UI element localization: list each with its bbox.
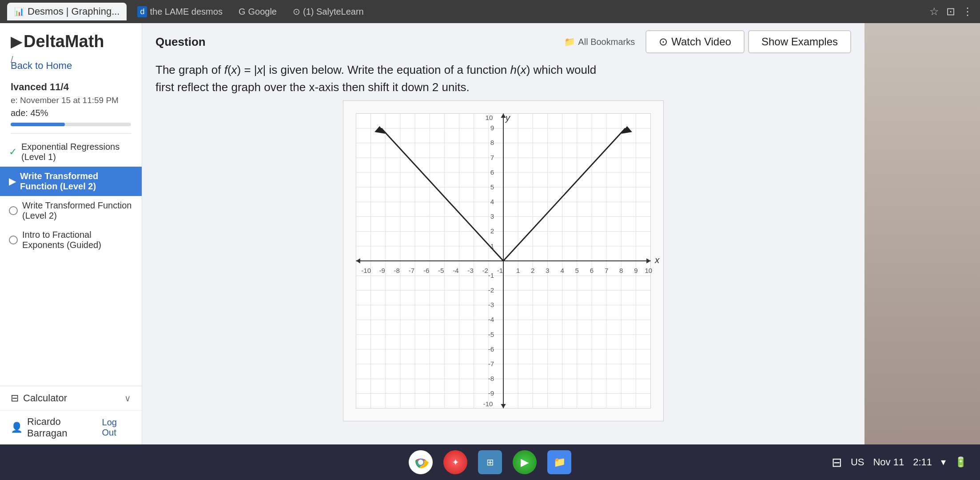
taskbar-right: ⊟ US Nov 11 2:11 ▾ 🔋 bbox=[832, 455, 967, 470]
svg-text:6: 6 bbox=[490, 168, 494, 176]
tab-icon-salytelearn: ⊙ bbox=[293, 6, 300, 17]
svg-text:10: 10 bbox=[485, 114, 493, 121]
show-examples-label: Show Examples bbox=[761, 36, 838, 48]
logout-link[interactable]: Log Out bbox=[102, 417, 131, 438]
tab-icon-desmos: 📊 bbox=[14, 7, 24, 16]
calculator-label: Calculator bbox=[23, 392, 67, 404]
show-examples-button[interactable]: Show Examples bbox=[748, 30, 851, 53]
right-decoration bbox=[864, 23, 980, 444]
tab-icon-google: G bbox=[239, 7, 246, 17]
svg-text:-8: -8 bbox=[394, 267, 400, 274]
svg-text:9: 9 bbox=[490, 124, 494, 132]
svg-text:-1: -1 bbox=[497, 267, 503, 274]
right-bg bbox=[864, 23, 980, 444]
svg-text:-7: -7 bbox=[488, 360, 494, 368]
back-to-home-link[interactable]: Back to Home bbox=[0, 57, 142, 77]
sidebar-item-label-2: Write Transformed Function (Level 2) bbox=[22, 200, 133, 221]
sidebar: ▶ DeltaMath / Back to Home lvanced 11/4 … bbox=[0, 23, 142, 444]
svg-text:-2: -2 bbox=[488, 286, 494, 294]
taskbar-time: 2:11 bbox=[913, 456, 932, 468]
taskbar-play-icon[interactable]: ▶ bbox=[513, 450, 537, 474]
bookmarks-link[interactable]: 📁 All Bookmarks bbox=[564, 36, 635, 47]
sidebar-divider bbox=[11, 133, 131, 134]
svg-text:1: 1 bbox=[516, 267, 520, 274]
tab-lame-desmos[interactable]: d the LAME desmos bbox=[132, 3, 227, 21]
user-item: 👤 Ricardo Barragan Log Out bbox=[0, 410, 142, 444]
svg-text:-9: -9 bbox=[488, 389, 494, 397]
svg-text:x: x bbox=[654, 255, 660, 265]
taskbar: ✦ ⊞ ▶ 📁 ⊟ US Nov 11 2:11 ▾ 🔋 bbox=[0, 444, 980, 480]
graph-container: x y -1 -2 -3 -4 -5 -6 -7 -8 -9 -10 1 2 3 bbox=[142, 100, 864, 444]
svg-text:2: 2 bbox=[531, 267, 534, 274]
main-layout: ▶ DeltaMath / Back to Home lvanced 11/4 … bbox=[0, 23, 980, 444]
tab-label-google: Google bbox=[248, 7, 277, 17]
svg-text:-8: -8 bbox=[488, 375, 494, 382]
tab-salytelearn[interactable]: ⊙ (1) SalyteLearn bbox=[287, 3, 369, 20]
svg-text:5: 5 bbox=[575, 267, 579, 274]
taskbar-folder-symbol: 📁 bbox=[554, 456, 566, 468]
sidebar-item-write-transformed-active[interactable]: ▶ Write Transformed Function (Level 2) bbox=[0, 167, 142, 196]
active-tab[interactable]: 📊 Desmos | Graphing... bbox=[7, 3, 127, 20]
taskbar-red-icon[interactable]: ✦ bbox=[443, 450, 467, 474]
logo-text: DeltaMath bbox=[24, 32, 104, 51]
svg-text:-3: -3 bbox=[467, 267, 473, 274]
menu-icon[interactable]: ⋮ bbox=[962, 5, 973, 18]
sidebar-item-write-transformed-2[interactable]: Write Transformed Function (Level 2) bbox=[0, 196, 142, 225]
chevron-down-icon: ∨ bbox=[124, 393, 131, 404]
svg-text:y: y bbox=[505, 112, 511, 123]
svg-text:10: 10 bbox=[645, 267, 652, 274]
assignment-info: lvanced 11/4 bbox=[0, 77, 142, 95]
star-icon[interactable]: ☆ bbox=[929, 5, 939, 18]
taskbar-chrome-icon[interactable] bbox=[409, 450, 433, 474]
svg-text:-5: -5 bbox=[438, 267, 444, 274]
sidebar-logo: ▶ DeltaMath bbox=[0, 23, 142, 55]
due-date: e: November 15 at 11:59 PM bbox=[0, 95, 142, 106]
tab-icon-d: d bbox=[137, 6, 147, 17]
tab-google[interactable]: G Google bbox=[233, 3, 282, 20]
grade-label: ade: 45% bbox=[0, 106, 142, 121]
sidebar-item-exp-regression[interactable]: ✓ Exponential Regressions (Level 1) bbox=[0, 137, 142, 167]
taskbar-folder-icon[interactable]: 📁 bbox=[547, 450, 571, 474]
svg-text:-4: -4 bbox=[488, 316, 494, 323]
question-label: Question bbox=[155, 35, 564, 49]
math-fx: f bbox=[224, 63, 227, 76]
bookmark-icon: 📁 bbox=[564, 36, 575, 47]
svg-text:-1: -1 bbox=[488, 272, 494, 279]
taskbar-red-icon-symbol: ✦ bbox=[452, 457, 459, 468]
header-buttons: ⊙ Watch Video Show Examples bbox=[645, 30, 851, 53]
svg-text:4: 4 bbox=[560, 267, 564, 274]
calculator-item[interactable]: ⊟ Calculator ∨ bbox=[0, 386, 142, 410]
svg-text:-6: -6 bbox=[423, 267, 429, 274]
tab-label-salytelearn: (1) SalyteLearn bbox=[303, 7, 364, 17]
math-x: x bbox=[231, 63, 237, 76]
sidebar-bottom: ⊟ Calculator ∨ 👤 Ricardo Barragan Log Ou… bbox=[0, 386, 142, 444]
math-x3: x bbox=[521, 63, 526, 76]
svg-text:7: 7 bbox=[490, 154, 494, 161]
sidebar-item-fractional-exponents[interactable]: Intro to Fractional Exponents (Guided) bbox=[0, 225, 142, 255]
svg-text:-10: -10 bbox=[483, 400, 493, 408]
browser-actions: ☆ ⊡ ⋮ bbox=[929, 5, 973, 18]
svg-text:3: 3 bbox=[546, 267, 549, 274]
browser-chrome: 📊 Desmos | Graphing... d the LAME desmos… bbox=[0, 0, 980, 23]
svg-text:-5: -5 bbox=[488, 331, 494, 338]
svg-text:-10: -10 bbox=[361, 267, 371, 274]
svg-text:8: 8 bbox=[490, 139, 494, 146]
taskbar-wifi-icon: ▾ bbox=[941, 456, 946, 468]
bookmarks-text: All Bookmarks bbox=[578, 37, 635, 47]
question-text-line1: The graph of f(x) = |x| is given below. … bbox=[155, 63, 596, 76]
sidebar-item-label-3: Intro to Fractional Exponents (Guided) bbox=[22, 230, 133, 250]
taskbar-blue-icon[interactable]: ⊞ bbox=[478, 450, 502, 474]
dot-icon-2 bbox=[9, 236, 18, 244]
svg-text:-3: -3 bbox=[488, 301, 494, 308]
graph-svg: x y -1 -2 -3 -4 -5 -6 -7 -8 -9 -10 1 2 3 bbox=[343, 101, 663, 421]
svg-text:8: 8 bbox=[619, 267, 623, 274]
taskbar-screen-icon: ⊟ bbox=[832, 455, 842, 470]
svg-text:7: 7 bbox=[605, 267, 608, 274]
svg-text:4: 4 bbox=[490, 198, 494, 205]
svg-text:9: 9 bbox=[634, 267, 637, 274]
watch-video-button[interactable]: ⊙ Watch Video bbox=[645, 30, 745, 53]
user-name: Ricardo Barragan bbox=[27, 416, 98, 439]
svg-text:5: 5 bbox=[490, 183, 494, 191]
watch-video-label: Watch Video bbox=[671, 36, 731, 48]
cast-icon[interactable]: ⊡ bbox=[946, 5, 955, 18]
